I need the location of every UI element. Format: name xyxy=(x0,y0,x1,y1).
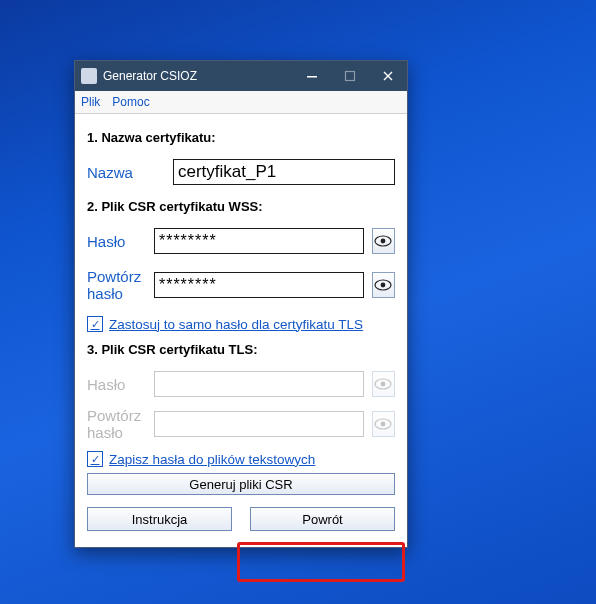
app-icon xyxy=(81,68,97,84)
maximize-button[interactable] xyxy=(331,61,369,91)
row-tls-repeat: Powtórz hasło xyxy=(87,407,395,441)
window-title: Generator CSIOZ xyxy=(103,69,293,83)
svg-point-3 xyxy=(381,239,386,244)
back-label: Powrót xyxy=(302,512,342,527)
app-window: Generator CSIOZ Plik Pomoc 1. Nazwa cert… xyxy=(74,60,408,548)
eye-icon xyxy=(374,418,392,430)
label-tls-repeat: Powtórz hasło xyxy=(87,407,154,441)
section3-heading: 3. Plik CSR certyfikatu TLS: xyxy=(87,342,395,357)
menu-file[interactable]: Plik xyxy=(81,95,100,109)
instruction-label: Instrukcja xyxy=(132,512,188,527)
menu-help[interactable]: Pomoc xyxy=(112,95,149,109)
tls-password-reveal xyxy=(372,371,395,397)
checkmark-icon: ✓ xyxy=(87,451,103,467)
row-name: Nazwa xyxy=(87,159,395,185)
highlight-back-button xyxy=(237,542,405,582)
wss-password-input[interactable] xyxy=(154,228,364,254)
svg-rect-1 xyxy=(346,72,355,81)
name-input[interactable] xyxy=(173,159,395,185)
row-wss-password: Hasło xyxy=(87,228,395,254)
close-icon xyxy=(382,70,394,82)
wss-password-reveal[interactable] xyxy=(372,228,395,254)
checkbox-save-passwords-label: Zapisz hasła do plików tekstowych xyxy=(109,452,315,467)
label-name: Nazwa xyxy=(87,164,173,181)
svg-point-9 xyxy=(381,422,386,427)
label-wss-repeat: Powtórz hasło xyxy=(87,268,154,302)
window-controls xyxy=(293,61,407,91)
checkmark-icon: ✓ xyxy=(87,316,103,332)
menu-bar: Plik Pomoc xyxy=(75,91,407,114)
minimize-icon xyxy=(306,70,318,82)
eye-icon xyxy=(374,378,392,390)
checkbox-same-tls[interactable]: ✓ Zastosuj to samo hasło dla certyfikatu… xyxy=(87,316,395,332)
generate-csr-button[interactable]: Generuj pliki CSR xyxy=(87,473,395,495)
close-button[interactable] xyxy=(369,61,407,91)
generate-csr-label: Generuj pliki CSR xyxy=(189,477,292,492)
title-bar: Generator CSIOZ xyxy=(75,61,407,91)
footer-buttons: Instrukcja Powrót xyxy=(87,507,395,531)
minimize-button[interactable] xyxy=(293,61,331,91)
instruction-button[interactable]: Instrukcja xyxy=(87,507,232,531)
eye-icon xyxy=(374,279,392,291)
tls-password-input xyxy=(154,371,364,397)
eye-icon xyxy=(374,235,392,247)
tls-repeat-reveal xyxy=(372,411,395,437)
checkbox-same-tls-label: Zastosuj to samo hasło dla certyfikatu T… xyxy=(109,317,363,332)
tls-repeat-input xyxy=(154,411,364,437)
wss-repeat-reveal[interactable] xyxy=(372,272,395,298)
row-wss-repeat: Powtórz hasło xyxy=(87,268,395,302)
back-button[interactable]: Powrót xyxy=(250,507,395,531)
form-body: 1. Nazwa certyfikatu: Nazwa 2. Plik CSR … xyxy=(75,114,407,547)
wss-repeat-input[interactable] xyxy=(154,272,364,298)
checkbox-save-passwords[interactable]: ✓ Zapisz hasła do plików tekstowych xyxy=(87,451,395,467)
svg-rect-0 xyxy=(307,76,317,78)
section2-heading: 2. Plik CSR certyfikatu WSS: xyxy=(87,199,395,214)
maximize-icon xyxy=(344,70,356,82)
row-tls-password: Hasło xyxy=(87,371,395,397)
label-tls-password: Hasło xyxy=(87,376,154,393)
svg-point-5 xyxy=(381,283,386,288)
label-wss-password: Hasło xyxy=(87,233,154,250)
svg-point-7 xyxy=(381,382,386,387)
section1-heading: 1. Nazwa certyfikatu: xyxy=(87,130,395,145)
